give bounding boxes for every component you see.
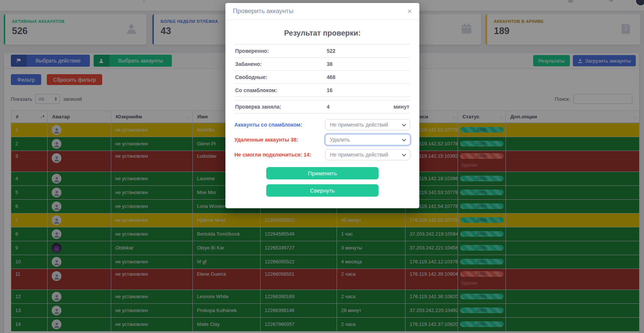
modal-title: Проверить аккаунты xyxy=(233,7,294,15)
spamblock-action-select[interactable]: Не применять действий xyxy=(325,119,410,130)
spacer-row xyxy=(234,97,410,100)
noconnect-action-select[interactable]: Не применять действий xyxy=(325,149,410,160)
result-value: 468 xyxy=(326,71,393,84)
collapse-button[interactable]: Свернуть xyxy=(266,184,379,197)
action-label: Удаленные аккаунты 38: xyxy=(234,137,298,143)
action-row-noconnect: Не смогли подключиться: 14: Не применять… xyxy=(234,149,410,160)
modal-actions: Аккаунты со спамблоком: Не применять дей… xyxy=(234,119,410,160)
deleted-action-select[interactable]: Удалить xyxy=(325,134,410,145)
close-icon[interactable]: × xyxy=(407,7,412,15)
action-row-spamblock: Аккаунты со спамблоком: Не применять дей… xyxy=(234,119,410,130)
result-row: Забанено: 38 xyxy=(234,58,410,71)
result-label: Забанено: xyxy=(234,58,326,71)
action-label: Аккаунты со спамблоком: xyxy=(234,122,302,128)
result-value: 38 xyxy=(326,58,393,71)
select-value: Не применять действий xyxy=(330,152,388,158)
check-results-table: Проверенно: 522 Забанено: 38 Свободные: … xyxy=(234,44,410,113)
select-value: Не применять действий xyxy=(330,122,388,128)
duration-unit: минут xyxy=(393,100,410,113)
duration-value: 4 xyxy=(326,100,393,113)
duration-label: Проверка заняла: xyxy=(234,100,326,113)
results-heading: Результат проверки: xyxy=(234,29,410,37)
result-row: Свободные: 468 xyxy=(234,71,410,84)
result-label: Свободные: xyxy=(234,71,326,84)
chevron-down-icon xyxy=(402,122,406,126)
chevron-down-icon xyxy=(402,152,406,156)
result-row: Со спамблоком: 16 xyxy=(234,84,410,97)
apply-button[interactable]: Применить xyxy=(266,167,379,179)
result-value: 522 xyxy=(326,45,393,58)
select-value: Удалить xyxy=(330,137,350,143)
result-value: 16 xyxy=(326,84,393,97)
modal-header: Проверить аккаунты × xyxy=(225,3,419,20)
action-row-deleted: Удаленные аккаунты 38: Удалить xyxy=(234,134,410,145)
chevron-down-icon xyxy=(402,137,406,141)
result-label: Проверенно: xyxy=(234,45,326,58)
result-row: Проверенно: 522 xyxy=(234,45,410,58)
modal-body: Результат проверки: Проверенно: 522 Заба… xyxy=(225,20,419,208)
duration-row: Проверка заняла: 4 минут xyxy=(234,100,410,113)
action-label: Не смогли подключиться: 14: xyxy=(234,152,311,158)
check-accounts-modal: Проверить аккаунты × Результат проверки:… xyxy=(225,3,419,208)
result-label: Со спамблоком: xyxy=(234,84,326,97)
